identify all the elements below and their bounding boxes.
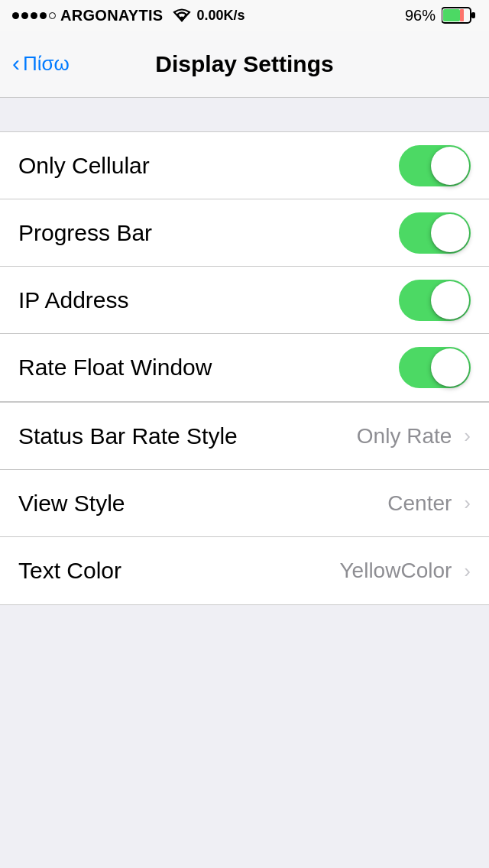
toggle-settings-group: Only Cellular Progress Bar IP Address Ra…	[0, 131, 489, 402]
status-bar: ARGONAYTIS 0.00K/s 96%	[0, 0, 489, 31]
rate-float-window-label: Rate Float Window	[18, 355, 212, 381]
status-bar-right: 96%	[405, 6, 477, 24]
signal-dot-4	[40, 12, 47, 19]
status-bar-rate-style-row[interactable]: Status Bar Rate Style Only Rate ›	[0, 403, 489, 470]
page-title: Display Settings	[155, 51, 333, 77]
only-cellular-label: Only Cellular	[18, 153, 150, 179]
chevron-right-icon: ›	[464, 424, 471, 448]
svg-rect-1	[471, 12, 475, 18]
back-chevron-icon: ‹	[12, 52, 20, 75]
ip-address-label: IP Address	[18, 287, 129, 313]
view-style-value: Center	[387, 491, 452, 516]
progress-bar-toggle-knob	[431, 214, 469, 252]
status-bar-rate-style-value: Only Rate	[357, 424, 452, 449]
rate-float-window-row: Rate Float Window	[0, 334, 489, 401]
rate-float-window-toggle[interactable]	[399, 347, 471, 388]
text-color-value: YellowColor	[340, 559, 452, 583]
signal-dot-3	[31, 12, 37, 19]
ip-address-toggle[interactable]	[399, 280, 471, 321]
ip-address-row: IP Address	[0, 267, 489, 334]
navigation-bar: ‹ Πίσω Display Settings	[0, 31, 489, 98]
text-color-right: YellowColor ›	[340, 559, 471, 583]
only-cellular-toggle-knob	[431, 147, 469, 185]
network-speed: 0.00K/s	[197, 8, 245, 24]
status-bar-rate-style-label: Status Bar Rate Style	[18, 423, 238, 449]
status-bar-left: ARGONAYTIS 0.00K/s	[12, 7, 245, 24]
bottom-spacer	[0, 605, 489, 789]
only-cellular-row: Only Cellular	[0, 132, 489, 199]
progress-bar-row: Progress Bar	[0, 199, 489, 267]
back-label: Πίσω	[23, 52, 70, 76]
section-spacer-top	[0, 98, 489, 131]
chevron-settings-group: Status Bar Rate Style Only Rate › View S…	[0, 402, 489, 605]
view-style-row[interactable]: View Style Center ›	[0, 470, 489, 537]
progress-bar-label: Progress Bar	[18, 220, 152, 246]
text-color-label: Text Color	[18, 558, 121, 584]
text-color-row[interactable]: Text Color YellowColor ›	[0, 537, 489, 604]
wifi-icon	[171, 7, 193, 24]
progress-bar-toggle[interactable]	[399, 212, 471, 254]
view-style-label: View Style	[18, 491, 125, 517]
back-button[interactable]: ‹ Πίσω	[12, 52, 70, 76]
chevron-right-icon-3: ›	[464, 559, 471, 583]
status-bar-rate-style-right: Only Rate ›	[357, 424, 471, 449]
signal-dot-5	[49, 12, 56, 19]
signal-strength	[12, 12, 56, 19]
only-cellular-toggle[interactable]	[399, 145, 471, 186]
signal-dot-2	[21, 12, 28, 19]
battery-percent: 96%	[405, 7, 436, 24]
signal-dot-1	[12, 12, 19, 19]
carrier-label: ARGONAYTIS	[60, 7, 164, 24]
ip-address-toggle-knob	[431, 281, 469, 319]
view-style-right: Center ›	[387, 491, 471, 516]
battery-icon	[442, 6, 477, 24]
svg-rect-3	[460, 9, 464, 21]
svg-rect-2	[443, 9, 460, 21]
chevron-right-icon-2: ›	[464, 491, 471, 515]
rate-float-window-toggle-knob	[431, 348, 469, 387]
